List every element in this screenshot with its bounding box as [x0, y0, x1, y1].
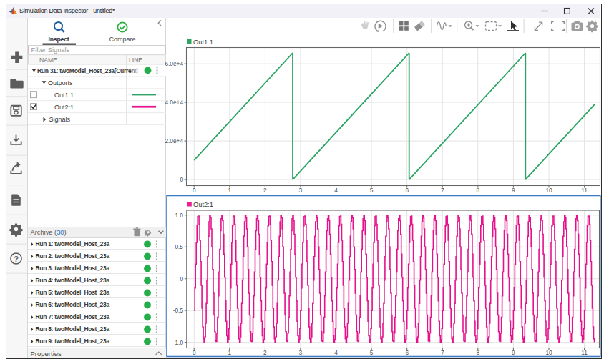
svg-text:6: 6	[405, 349, 409, 356]
svg-text:-0.5: -0.5	[173, 307, 184, 314]
svg-text:1: 1	[228, 187, 231, 194]
svg-text:0: 0	[193, 187, 196, 194]
svg-text:6.0e+4: 6.0e+4	[165, 60, 183, 67]
svg-text:8: 8	[476, 187, 479, 194]
svg-text:9: 9	[512, 349, 515, 356]
svg-text:1.0: 1.0	[175, 212, 183, 219]
svg-text:Out2:1: Out2:1	[193, 201, 213, 208]
svg-text:3: 3	[299, 349, 303, 356]
svg-text:4: 4	[334, 349, 338, 356]
svg-text:7: 7	[441, 187, 444, 194]
svg-text:5: 5	[370, 187, 374, 194]
svg-text:2: 2	[263, 187, 267, 194]
svg-text:10: 10	[545, 349, 552, 356]
svg-text:0: 0	[193, 349, 196, 356]
svg-text:9: 9	[512, 187, 515, 194]
svg-text:2.0e+4: 2.0e+4	[165, 137, 183, 144]
svg-text:0: 0	[180, 176, 183, 183]
svg-text:7: 7	[441, 349, 444, 356]
svg-text:0.5: 0.5	[175, 243, 183, 250]
svg-text:6: 6	[405, 187, 409, 194]
svg-text:0: 0	[180, 275, 183, 282]
svg-text:8: 8	[476, 349, 479, 356]
svg-text:4.0e+4: 4.0e+4	[165, 99, 183, 106]
svg-text:10: 10	[545, 187, 552, 194]
svg-text:-1.0: -1.0	[173, 339, 184, 346]
svg-text:11: 11	[581, 187, 588, 194]
svg-text:11: 11	[581, 349, 588, 356]
svg-text:4: 4	[334, 187, 338, 194]
svg-text:Out1:1: Out1:1	[193, 39, 213, 46]
svg-text:5: 5	[370, 349, 374, 356]
svg-text:3: 3	[299, 187, 303, 194]
svg-text:1: 1	[228, 349, 231, 356]
svg-text:2: 2	[263, 349, 267, 356]
